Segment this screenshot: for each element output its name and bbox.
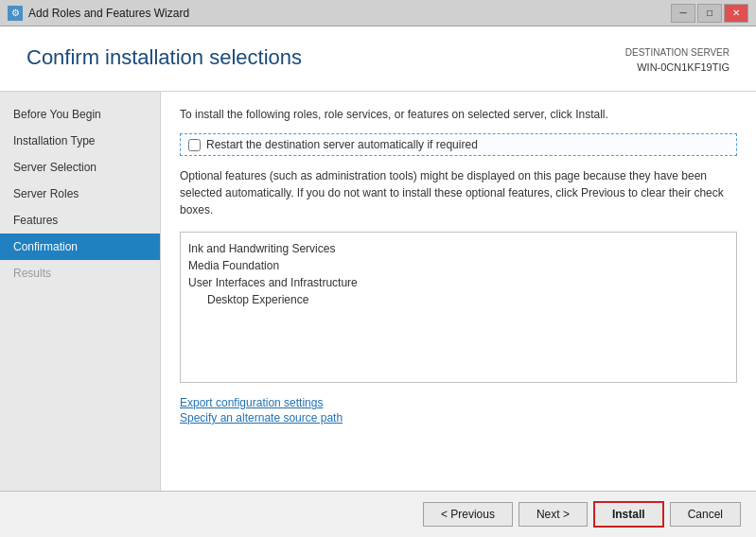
- title-bar-controls: ─ □ ✕: [671, 4, 748, 23]
- page-title: Confirm installation selections: [26, 45, 302, 70]
- title-bar-left: ⚙ Add Roles and Features Wizard: [8, 6, 189, 21]
- destination-label: DESTINATION SERVER: [625, 45, 730, 60]
- sidebar-item-results[interactable]: Results: [0, 260, 160, 286]
- links-area: Export configuration settings Specify an…: [180, 396, 737, 424]
- restart-checkbox[interactable]: [188, 139, 201, 151]
- sidebar-item-server-roles[interactable]: Server Roles: [0, 181, 160, 207]
- wizard-window: Confirm installation selections DESTINAT…: [0, 26, 756, 537]
- minimize-button[interactable]: ─: [671, 4, 695, 23]
- description-text: Optional features (such as administratio…: [180, 167, 737, 218]
- sidebar-item-features[interactable]: Features: [0, 207, 160, 234]
- sidebar-item-before-you-begin[interactable]: Before You Begin: [0, 101, 160, 128]
- export-config-link[interactable]: Export configuration settings: [180, 396, 737, 409]
- instruction-text: To install the following roles, role ser…: [180, 107, 737, 123]
- feature-item-ui: User Interfaces and Infrastructure: [188, 274, 729, 291]
- install-button[interactable]: Install: [593, 501, 664, 528]
- previous-button[interactable]: < Previous: [423, 502, 513, 527]
- features-list-box: Ink and Handwriting Services Media Found…: [180, 232, 737, 383]
- app-icon: ⚙: [8, 6, 23, 21]
- feature-item-ink: Ink and Handwriting Services: [188, 240, 729, 257]
- sidebar-item-confirmation[interactable]: Confirmation: [0, 234, 160, 260]
- next-button[interactable]: Next >: [519, 502, 588, 527]
- wizard-header: Confirm installation selections DESTINAT…: [0, 26, 756, 92]
- wizard-footer: < Previous Next > Install Cancel: [0, 491, 756, 537]
- sidebar-item-server-selection[interactable]: Server Selection: [0, 154, 160, 181]
- maximize-button[interactable]: □: [697, 4, 722, 23]
- alternate-source-link[interactable]: Specify an alternate source path: [180, 411, 737, 424]
- title-bar: ⚙ Add Roles and Features Wizard ─ □ ✕: [0, 0, 756, 26]
- restart-checkbox-label[interactable]: Restart the destination server automatic…: [206, 138, 478, 151]
- destination-server-name: WIN-0CN1KF19TIG: [625, 60, 730, 76]
- window-title: Add Roles and Features Wizard: [28, 7, 189, 20]
- cancel-button[interactable]: Cancel: [670, 502, 741, 527]
- close-button[interactable]: ✕: [724, 4, 748, 23]
- restart-checkbox-row: Restart the destination server automatic…: [180, 133, 737, 156]
- destination-server-info: DESTINATION SERVER WIN-0CN1KF19TIG: [625, 45, 730, 76]
- feature-item-desktop: Desktop Experience: [188, 291, 729, 308]
- feature-item-media: Media Foundation: [188, 257, 729, 274]
- wizard-body: Before You Begin Installation Type Serve…: [0, 92, 756, 492]
- sidebar: Before You Begin Installation Type Serve…: [0, 92, 161, 492]
- sidebar-item-installation-type[interactable]: Installation Type: [0, 128, 160, 154]
- wizard-content: To install the following roles, role ser…: [161, 92, 756, 492]
